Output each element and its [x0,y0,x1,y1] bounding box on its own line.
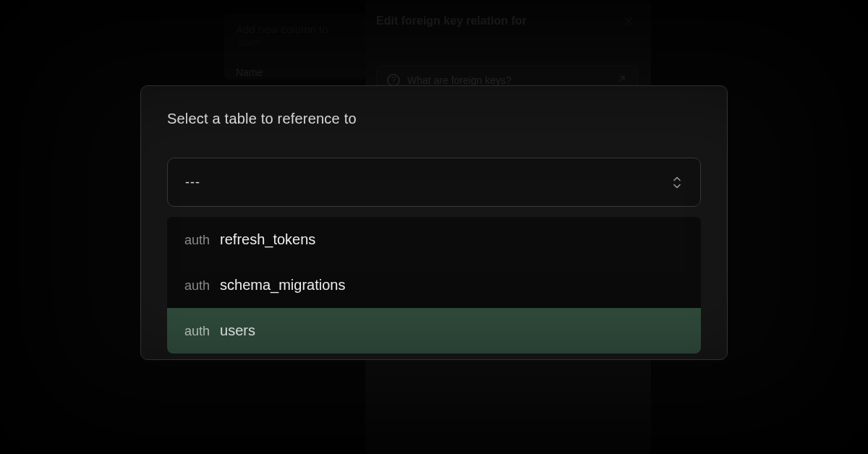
table-options-dropdown: auth refresh_tokens auth schema_migratio… [167,217,701,354]
option-table: refresh_tokens [220,231,315,248]
table-option[interactable]: auth schema_migrations [167,262,701,308]
option-schema: auth [184,324,210,339]
select-table-modal: Select a table to reference to --- auth … [140,85,728,360]
option-schema: auth [184,278,210,294]
table-select-value: --- [185,175,200,190]
table-option[interactable]: auth users [167,308,701,354]
option-table: users [220,322,255,339]
option-table: schema_migrations [220,277,345,294]
modal-title: Select a table to reference to [167,111,701,127]
chevron-up-down-icon [671,176,683,189]
table-option[interactable]: auth refresh_tokens [167,217,701,262]
table-select[interactable]: --- [167,158,701,207]
option-schema: auth [184,233,210,248]
